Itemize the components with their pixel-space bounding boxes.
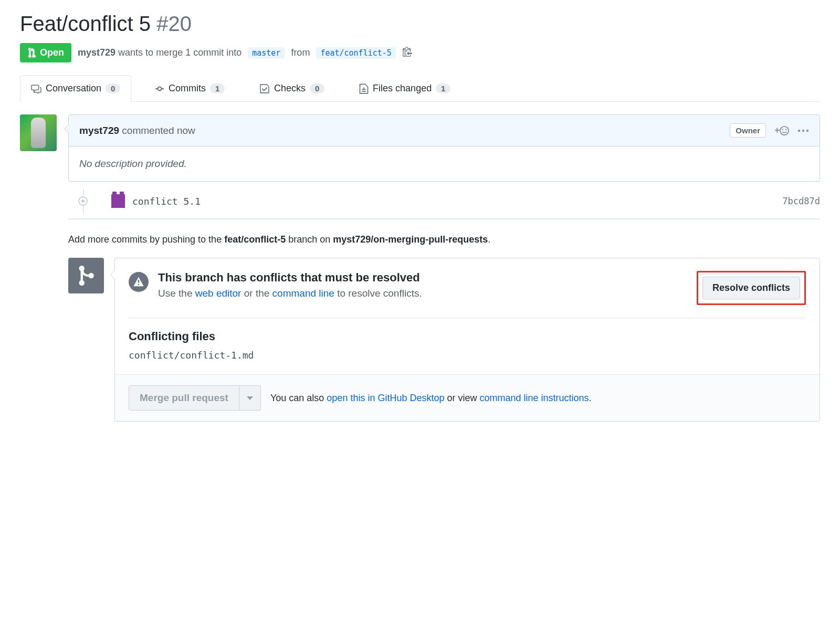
svg-text:+: + [774,125,780,135]
commit-sha[interactable]: 7bcd87d [782,196,820,206]
head-branch-chip[interactable]: feat/conflict-5 [316,47,395,59]
tab-files-changed[interactable]: Files changed 1 [348,75,461,101]
svg-point-1 [28,55,31,58]
commit-dot-icon [78,196,88,206]
commit-avatar[interactable] [111,194,125,208]
conflicting-file: conflict/conflict-1.md [129,350,806,361]
pr-author[interactable]: myst729 [78,47,116,58]
pr-number: #20 [156,12,192,35]
state-badge-open: Open [20,43,71,62]
merge-icon [68,258,104,293]
checks-count: 0 [310,83,324,93]
web-editor-link[interactable]: web editor [195,288,242,299]
commits-count: 1 [210,83,225,93]
tab-commits[interactable]: Commits 1 [144,75,236,101]
caret-down-icon [247,396,253,401]
pr-tabs: Conversation 0 Commits 1 Checks 0 Files … [20,75,820,102]
resolve-conflicts-button[interactable]: Resolve conflicts [702,277,800,299]
svg-point-8 [802,129,804,131]
merge-dropdown-button[interactable] [239,385,261,411]
owner-badge: Owner [730,123,766,138]
svg-point-7 [798,129,800,131]
svg-point-13 [138,284,140,285]
tab-conversation[interactable]: Conversation 0 [20,75,131,102]
svg-point-10 [79,266,85,271]
svg-point-9 [806,129,808,131]
pr-title: Feat/conflict 5 #20 [20,10,820,37]
comment-body: No description provided. [69,146,820,181]
svg-point-2 [34,55,36,58]
conflict-title: This branch has conflicts that must be r… [158,271,687,285]
kebab-menu-icon[interactable] [797,129,809,133]
comment-header: myst729 commented now [79,125,195,136]
commit-row: conflict 5.1 7bcd87d [83,189,820,213]
github-desktop-link[interactable]: open this in GitHub Desktop [327,393,444,403]
conflict-hint: Use the web editor or the command line t… [158,288,687,299]
pr-status-row: Open myst729 wants to merge 1 commit int… [20,43,820,62]
files-changed-count: 1 [436,83,450,93]
command-line-link[interactable]: command line [272,288,334,299]
avatar[interactable] [20,114,57,151]
timeline-divider [68,218,820,219]
comment-author[interactable]: myst729 [79,125,119,136]
commit-message[interactable]: conflict 5.1 [132,196,201,207]
merge-hint: You can also open this in GitHub Desktop… [270,393,592,404]
merge-pr-button[interactable]: Merge pull request [129,385,239,411]
svg-point-12 [88,273,93,278]
cli-instructions-link[interactable]: command line instructions [480,393,589,403]
svg-point-5 [782,129,784,130]
svg-point-11 [79,280,85,286]
git-pull-request-icon [27,48,37,58]
warning-icon [129,272,149,292]
copy-icon[interactable] [402,46,413,59]
svg-point-4 [780,126,789,134]
svg-point-6 [785,129,787,130]
push-hint: Add more commits by pushing to the feat/… [68,234,820,245]
add-reaction-button[interactable]: + [774,125,789,136]
status-text: myst729 wants to merge 1 commit into [78,47,242,58]
conversation-count: 0 [106,83,120,93]
comment-box: myst729 commented now Owner + No descrip… [68,114,820,182]
tab-checks[interactable]: Checks 0 [248,75,335,101]
merge-panel: This branch has conflicts that must be r… [114,258,820,422]
resolve-highlight: Resolve conflicts [697,271,806,305]
conflicting-files-title: Conflicting files [129,330,806,343]
base-branch-chip[interactable]: master [248,47,285,59]
